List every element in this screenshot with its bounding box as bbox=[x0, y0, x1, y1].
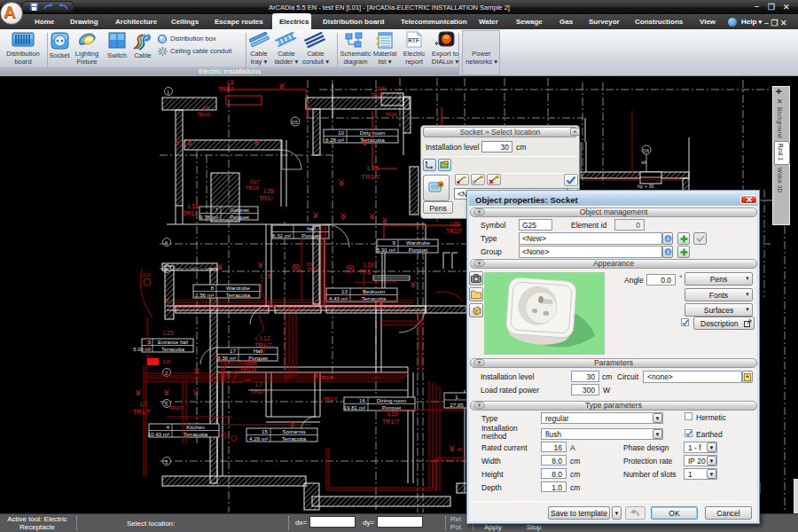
svg-text:TR1/6: TR1/6 bbox=[385, 112, 397, 117]
svg-text:4: 4 bbox=[167, 424, 170, 430]
svg-text:L23: L23 bbox=[163, 330, 174, 336]
svg-text:D6: D6 bbox=[643, 148, 649, 153]
svg-text:10: 10 bbox=[338, 129, 344, 136]
svg-text:TR1: TR1 bbox=[359, 269, 371, 275]
svg-text:L13: L13 bbox=[188, 203, 199, 209]
svg-text:3: 3 bbox=[148, 339, 152, 345]
svg-text:D5: D5 bbox=[292, 120, 298, 125]
svg-text:wlk: wlk bbox=[641, 160, 647, 165]
svg-text:TR1/7: TR1/7 bbox=[218, 86, 234, 92]
svg-text:Entrance hall: Entrance hall bbox=[158, 340, 188, 345]
svg-text:L25: L25 bbox=[367, 164, 379, 172]
svg-text:RTF: RTF bbox=[408, 37, 419, 43]
svg-text:Porquet: Porquet bbox=[382, 404, 402, 411]
svg-text:Wardrobe: Wardrobe bbox=[226, 285, 250, 291]
svg-text:hp + 30: hp + 30 bbox=[638, 184, 654, 189]
svg-text:G15: G15 bbox=[376, 86, 385, 91]
svg-text:9: 9 bbox=[393, 239, 396, 246]
svg-text:Porquet: Porquet bbox=[409, 246, 428, 253]
svg-text:Terracotta: Terracotta bbox=[362, 295, 387, 301]
svg-text:TR1/6: TR1/6 bbox=[371, 92, 384, 98]
svg-text:Kitchen: Kitchen bbox=[186, 424, 205, 430]
svg-text:10.43 m²: 10.43 m² bbox=[148, 431, 169, 437]
svg-text:Terracotta: Terracotta bbox=[184, 431, 208, 437]
svg-text:1: 1 bbox=[455, 394, 458, 400]
svg-text:TR1/7: TR1/7 bbox=[361, 173, 380, 181]
svg-text:15: 15 bbox=[262, 428, 268, 434]
svg-text:Terracotta: Terracotta bbox=[282, 435, 307, 442]
svg-text:TR1/7: TR1/7 bbox=[133, 409, 150, 415]
svg-text:L12: L12 bbox=[260, 335, 270, 341]
svg-text:G17: G17 bbox=[142, 272, 151, 278]
svg-text:G8: G8 bbox=[202, 106, 208, 111]
svg-text:TR1/3: TR1/3 bbox=[319, 375, 332, 380]
svg-text:L19: L19 bbox=[364, 262, 374, 268]
svg-text:Terracotta: Terracotta bbox=[161, 347, 185, 352]
svg-text:L28: L28 bbox=[263, 188, 274, 194]
svg-text:TR1/7: TR1/7 bbox=[446, 228, 462, 234]
svg-text:8: 8 bbox=[211, 285, 215, 291]
svg-text:TR1/4: TR1/4 bbox=[239, 366, 256, 372]
svg-text:4.29 m²: 4.29 m² bbox=[249, 435, 268, 442]
svg-text:Hall: Hall bbox=[254, 348, 263, 354]
svg-text:TR1/7: TR1/7 bbox=[382, 419, 399, 425]
svg-text:2.56 m²: 2.56 m² bbox=[195, 292, 214, 298]
svg-text:TR1/7: TR1/7 bbox=[168, 405, 184, 411]
svg-text:27.95: 27.95 bbox=[450, 402, 464, 408]
svg-text:TR1/8: TR1/8 bbox=[307, 267, 319, 272]
svg-text:L10: L10 bbox=[387, 411, 398, 417]
svg-text:4.43 m²: 4.43 m² bbox=[329, 295, 348, 301]
svg-text:6.28 m²: 6.28 m² bbox=[325, 137, 344, 143]
svg-text:Wardrobe: Wardrobe bbox=[406, 239, 430, 246]
svg-text:13: 13 bbox=[341, 288, 348, 294]
svg-text:TR1/7: TR1/7 bbox=[254, 342, 271, 348]
svg-text:L3: L3 bbox=[227, 79, 234, 85]
svg-text:TR1/: TR1/ bbox=[183, 210, 196, 216]
svg-text:L7: L7 bbox=[255, 381, 262, 387]
svg-text:L15: L15 bbox=[261, 273, 271, 279]
svg-text:TR1/: TR1/ bbox=[259, 195, 272, 201]
svg-text:TR1/7: TR1/7 bbox=[250, 388, 267, 395]
svg-text:TR1/6: TR1/6 bbox=[246, 185, 259, 191]
svg-text:17: 17 bbox=[230, 348, 236, 354]
svg-text:16: 16 bbox=[359, 397, 365, 403]
svg-text:115: 115 bbox=[162, 359, 171, 364]
svg-text:6.32 m²: 6.32 m² bbox=[272, 232, 291, 239]
svg-text:Dining room: Dining room bbox=[377, 397, 406, 403]
svg-text:Spizarnia: Spizarnia bbox=[283, 428, 306, 434]
svg-text:19.81 m²: 19.81 m² bbox=[344, 404, 365, 411]
svg-text:Terracotta: Terracotta bbox=[226, 292, 251, 298]
svg-text:L20: L20 bbox=[450, 221, 460, 227]
svg-text:G17: G17 bbox=[250, 179, 259, 184]
svg-text:5.00 m²: 5.00 m² bbox=[133, 347, 151, 352]
svg-text:TR1/0: TR1/0 bbox=[197, 112, 210, 117]
svg-text:Bedroom: Bedroom bbox=[363, 288, 385, 294]
svg-text:TR1/7: TR1/7 bbox=[323, 396, 338, 402]
svg-text:5.91 m²: 5.91 m² bbox=[377, 246, 395, 253]
